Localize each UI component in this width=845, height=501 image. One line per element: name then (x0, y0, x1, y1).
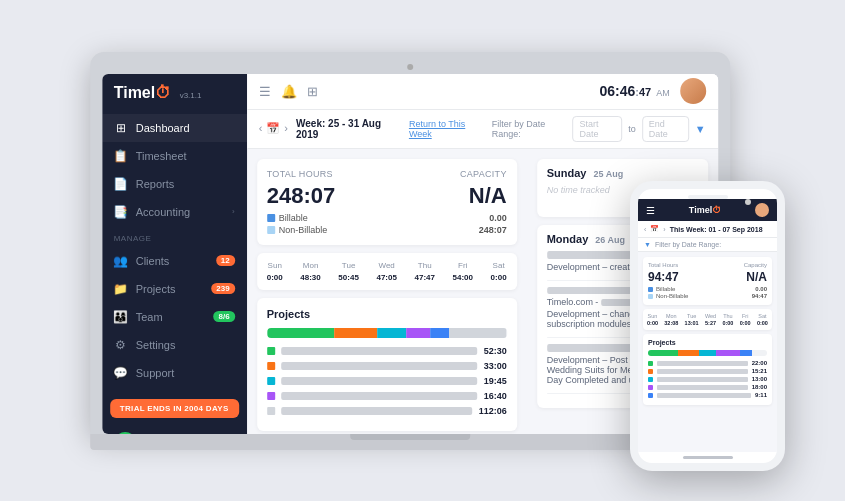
support-icon: 💬 (114, 366, 128, 380)
next-arrow[interactable]: › (284, 122, 288, 135)
projects-icon: 📁 (114, 282, 128, 296)
total-hours-value: 248:07 (267, 183, 336, 209)
nonbillable-value: 248:07 (479, 225, 507, 235)
project-time-2: 33:00 (484, 361, 507, 371)
bar-seg-5 (430, 328, 449, 338)
phone-prev-arrow[interactable]: ‹ (644, 226, 646, 233)
sidebar-item-reports[interactable]: 📄 Reports (102, 170, 247, 198)
total-hours-label: Total Hours (267, 169, 333, 179)
project-name-4 (281, 392, 478, 400)
nav-arrows: ‹ 📅 › (259, 122, 288, 135)
bar-seg-4 (406, 328, 430, 338)
phone-pname-1 (657, 361, 748, 366)
scene: Timel⏱ v3.1.1 ⊞ Dashboard 📋 (0, 0, 845, 501)
phone-week-label: This Week: 01 - 07 Sep 2018 (670, 226, 763, 233)
phone-bar-2 (678, 350, 699, 356)
team-icon: 👨‍👩‍👦 (114, 310, 128, 324)
phone-home-indicator (683, 456, 733, 459)
calendar-icon[interactable]: 📅 (266, 122, 280, 135)
phone-filter: ▼ Filter by Date Range: (638, 238, 777, 252)
phone-day-mon: Mon 32:08 (664, 313, 678, 326)
project-item-1: 52:30 (267, 346, 507, 356)
project-name-3 (281, 377, 478, 385)
sidebar-timer: ▶ 00:00:00 (102, 426, 247, 434)
phone-filter-label: Filter by Date Range: (655, 241, 721, 248)
project-dot-2 (267, 362, 275, 370)
to-label: to (628, 124, 636, 134)
day-sun: Sun 0:00 (267, 261, 283, 282)
billable-row: Billable 0.00 (267, 213, 507, 223)
sidebar-item-label: Clients (136, 255, 170, 267)
phone-content: Total Hours Capacity 94:47 N/A Billable … (638, 252, 777, 452)
phone-total-value: 94:47 (648, 270, 679, 284)
sidebar-item-label: Support (136, 367, 175, 379)
filter-icon[interactable]: ▼ (695, 123, 706, 135)
sidebar-item-dashboard[interactable]: ⊞ Dashboard (102, 114, 247, 142)
phone: ☰ Timel⏱ ‹ 📅 › This Week: 01 - 07 Sep 20… (630, 181, 785, 471)
phone-days-row: Sun 0:00 Mon 32:08 Tue 13:01 Wed (647, 313, 768, 326)
grid-icon[interactable]: ⊞ (307, 84, 318, 99)
phone-billable-row: Billable 0.00 (648, 286, 767, 292)
topbar-icons: ☰ 🔔 ⊞ (259, 84, 318, 99)
sidebar-item-clients[interactable]: 👥 Clients 12 (102, 247, 247, 275)
content-header: ‹ 📅 › Week: 25 - 31 Aug 2019 Return to T… (247, 110, 718, 149)
phone-projects: Projects 22:00 (643, 334, 772, 405)
stats-card: Total Hours Capacity 248:07 N/A (257, 159, 517, 245)
phone-pname-2 (657, 369, 748, 374)
sidebar-item-team[interactable]: 👨‍👩‍👦 Team 8/6 (102, 303, 247, 331)
phone-calendar-icon[interactable]: 📅 (650, 225, 659, 233)
phone-next-arrow[interactable]: › (663, 226, 665, 233)
nonbillable-row: Non-Billable 248:07 (267, 225, 507, 235)
day-thu: Thu 47:47 (414, 261, 434, 282)
phone-day-wed: Wed 5:27 (705, 313, 716, 326)
projects-card: Projects (257, 298, 517, 431)
project-item-4: 16:40 (267, 391, 507, 401)
sidebar-item-settings[interactable]: ⚙ Settings (102, 331, 247, 359)
clients-icon: 👥 (114, 254, 128, 268)
sidebar-nav: ⊞ Dashboard 📋 Timesheet 📄 Reports (102, 110, 247, 391)
day-wed: Wed 47:05 (376, 261, 396, 282)
bell-icon[interactable]: 🔔 (281, 84, 297, 99)
phone-proj-2: 15:21 (648, 368, 767, 374)
billable-value: 0.00 (489, 213, 507, 223)
phone-camera (745, 199, 751, 205)
billable-dot (267, 214, 275, 222)
phone-bar-3 (699, 350, 716, 356)
phone-bar-4 (716, 350, 740, 356)
phone-filter-icon[interactable]: ▼ (644, 241, 651, 248)
project-time-5: 112:06 (479, 406, 507, 416)
project-name-1 (281, 347, 478, 355)
phone-capacity-value: N/A (746, 270, 767, 284)
phone-avatar (755, 203, 769, 217)
end-date-input[interactable]: End Date (642, 116, 689, 142)
sidebar-item-label: Settings (136, 339, 176, 351)
projects-bar (267, 328, 507, 338)
return-link[interactable]: Return to This Week (409, 119, 484, 139)
phone-nonbillable-row: Non-Billable 94:47 (648, 293, 767, 299)
phone-stats-values: 94:47 N/A (648, 270, 767, 284)
start-date-input[interactable]: Start Date (573, 116, 623, 142)
sidebar: Timel⏱ v3.1.1 ⊞ Dashboard 📋 (102, 74, 247, 434)
sidebar-item-timesheet[interactable]: 📋 Timesheet (102, 142, 247, 170)
sidebar-item-label: Projects (136, 283, 176, 295)
user-avatar-topbar (680, 78, 706, 104)
sidebar-item-projects[interactable]: 📁 Projects 239 (102, 275, 247, 303)
dashboard-icon: ⊞ (114, 121, 128, 135)
app-layout: Timel⏱ v3.1.1 ⊞ Dashboard 📋 (102, 74, 718, 434)
sidebar-item-support[interactable]: 💬 Support (102, 359, 247, 387)
sidebar-item-accounting[interactable]: 📑 Accounting › (102, 198, 247, 226)
sidebar-item-label: Dashboard (136, 122, 190, 134)
day-sat: Sat 0:00 (491, 261, 507, 282)
settings-icon: ⚙ (114, 338, 128, 352)
phone-pname-3 (657, 377, 748, 382)
nonbillable-dot (267, 226, 275, 234)
filter-area: Filter by Date Range: Start Date to End … (492, 116, 706, 142)
prev-arrow[interactable]: ‹ (259, 122, 263, 135)
phone-screen: ☰ Timel⏱ ‹ 📅 › This Week: 01 - 07 Sep 20… (638, 199, 777, 452)
phone-hamburger-icon[interactable]: ☰ (646, 205, 655, 216)
phone-nav: ‹ 📅 › This Week: 01 - 07 Sep 2018 (638, 221, 777, 238)
sidebar-item-label: Timesheet (136, 150, 187, 162)
phone-bar-1 (648, 350, 678, 356)
hamburger-icon[interactable]: ☰ (259, 84, 271, 99)
chevron-right-icon: › (232, 207, 235, 216)
